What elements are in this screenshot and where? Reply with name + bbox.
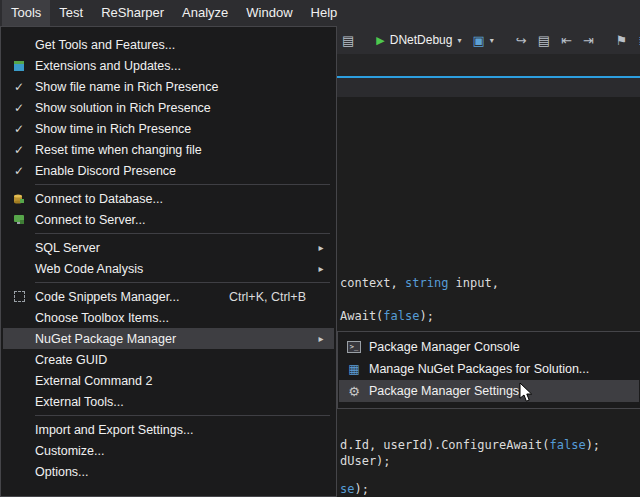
- menu-item-label: Extensions and Updates...: [35, 59, 181, 73]
- database-icon: [3, 193, 35, 205]
- gear-glyph: ⚙: [348, 385, 360, 398]
- menu-item-label: Code Snippets Manager...: [35, 290, 180, 304]
- menu-item-sql-server[interactable]: SQL Server ▸: [3, 237, 334, 258]
- menu-item-connect-to-server[interactable]: Connect to Server...: [3, 209, 334, 230]
- code-text: );: [419, 309, 433, 323]
- code-text: input,: [448, 276, 499, 290]
- code-keyword: false: [550, 438, 586, 452]
- code-keyword: string: [405, 276, 448, 290]
- menubar-item-tools[interactable]: Tools: [2, 0, 50, 26]
- code-line: dUser);: [340, 454, 391, 468]
- tool-icon: ▣: [472, 34, 484, 47]
- checkmark-icon: ✓: [3, 143, 35, 157]
- menu-item-label: Show solution in Rich Presence: [35, 101, 211, 115]
- debug-target-label: DNetDebug: [390, 33, 453, 47]
- submenu-arrow-icon: ▸: [312, 333, 330, 344]
- menu-item-web-code-analysis[interactable]: Web Code Analysis ▸: [3, 258, 334, 279]
- submenu-arrow-icon: ▸: [312, 242, 330, 253]
- code-text: context,: [340, 276, 405, 290]
- menu-item-create-guid[interactable]: Create GUID: [3, 349, 334, 370]
- menu-item-label: External Command 2: [35, 374, 152, 388]
- nuget-submenu: >_ Package Manager Console ▦ Manage NuGe…: [337, 331, 640, 409]
- chevron-down-icon: ▾: [490, 36, 494, 45]
- menu-item-label: Web Code Analysis: [35, 262, 143, 276]
- menubar-item-resharper[interactable]: ReSharper: [92, 0, 173, 26]
- menu-item-label: Create GUID: [35, 353, 107, 367]
- extensions-icon: [3, 60, 35, 72]
- code-text: );: [586, 438, 600, 452]
- vs-window: Tools Test ReSharper Analyze Window Help…: [0, 0, 640, 497]
- tool-dropdown-button[interactable]: ▣ ▾: [472, 34, 493, 47]
- chevron-down-icon[interactable]: ▾: [457, 36, 461, 45]
- submenu-item-manage-nuget-packages[interactable]: ▦ Manage NuGet Packages for Solution...: [339, 358, 639, 380]
- menu-item-nuget-package-manager[interactable]: NuGet Package Manager ▸: [3, 328, 334, 349]
- menu-item-show-solution-rich-presence[interactable]: ✓ Show solution in Rich Presence: [3, 97, 334, 118]
- menu-item-label: Enable Discord Presence: [35, 164, 176, 178]
- menubar-item-help[interactable]: Help: [302, 0, 347, 26]
- code-line: se);: [340, 482, 369, 496]
- indent-decrease-icon[interactable]: ⇤: [561, 34, 572, 47]
- menu-item-extensions-and-updates[interactable]: Extensions and Updates...: [3, 55, 334, 76]
- packages-icon: ▦: [339, 362, 369, 376]
- code-text: d.Id, userId).ConfigureAwait(: [340, 438, 550, 452]
- submenu-item-package-manager-console[interactable]: >_ Package Manager Console: [339, 336, 639, 358]
- menu-item-connect-to-database[interactable]: Connect to Database...: [3, 188, 334, 209]
- console-glyph: >_: [347, 341, 361, 353]
- bookmark-icon[interactable]: ⚑: [616, 34, 628, 47]
- submenu-item-label: Package Manager Settings: [369, 384, 519, 398]
- submenu-item-package-manager-settings[interactable]: ⚙ Package Manager Settings: [339, 380, 639, 402]
- menubar-item-window[interactable]: Window: [237, 0, 301, 26]
- navigate-icon[interactable]: ↪: [516, 34, 527, 47]
- checkmark-icon: ✓: [3, 164, 35, 178]
- code-text: );: [354, 482, 368, 496]
- menu-item-get-tools-and-features[interactable]: Get Tools and Features...: [3, 34, 334, 55]
- menubar-item-test[interactable]: Test: [50, 0, 92, 26]
- menu-item-label: Choose Toolbox Items...: [35, 311, 169, 325]
- code-line: Await(false);: [340, 309, 434, 323]
- menu-separator: [35, 415, 330, 416]
- paste-icon[interactable]: ▤: [342, 34, 354, 47]
- package-glyph: ▦: [348, 362, 359, 376]
- dashed-box-icon: [14, 291, 25, 302]
- document-icon[interactable]: ▤: [538, 34, 550, 47]
- code-keyword: false: [383, 309, 419, 323]
- submenu-item-label: Manage NuGet Packages for Solution...: [369, 362, 589, 376]
- start-debug-button[interactable]: ▶ DNetDebug ▾: [376, 33, 461, 47]
- menu-item-show-file-name-rich-presence[interactable]: ✓ Show file name in Rich Presence: [3, 76, 334, 97]
- console-icon: >_: [339, 341, 369, 353]
- menu-separator: [35, 184, 330, 185]
- menu-item-choose-toolbox-items[interactable]: Choose Toolbox Items...: [3, 307, 334, 328]
- checkmark-icon: ✓: [3, 80, 35, 94]
- menu-item-label: Connect to Server...: [35, 213, 145, 227]
- mouse-cursor: [519, 383, 533, 407]
- menu-item-label: Get Tools and Features...: [35, 38, 175, 52]
- check-glyph: ✓: [14, 143, 24, 157]
- menu-item-enable-discord-presence[interactable]: ✓ Enable Discord Presence: [3, 160, 334, 181]
- menu-item-external-command-2[interactable]: External Command 2: [3, 370, 334, 391]
- menubar-item-analyze[interactable]: Analyze: [173, 0, 237, 26]
- menu-bar: Tools Test ReSharper Analyze Window Help: [0, 0, 640, 26]
- code-line: d.Id, userId).ConfigureAwait(false);: [340, 438, 600, 452]
- menu-item-show-time-rich-presence[interactable]: ✓ Show time in Rich Presence: [3, 118, 334, 139]
- submenu-arrow-icon: ▸: [312, 263, 330, 274]
- code-text: dUser);: [340, 454, 391, 468]
- gear-icon: ⚙: [339, 385, 369, 398]
- menu-item-options[interactable]: Options...: [3, 461, 334, 482]
- menu-item-reset-time-when-changing-file[interactable]: ✓ Reset time when changing file: [3, 139, 334, 160]
- menu-item-label: Options...: [35, 465, 89, 479]
- menu-item-label: NuGet Package Manager: [35, 332, 176, 346]
- menu-item-label: SQL Server: [35, 241, 100, 255]
- check-glyph: ✓: [14, 101, 24, 115]
- menu-item-label: External Tools...: [35, 395, 124, 409]
- menu-item-shortcut: Ctrl+K, Ctrl+B: [229, 290, 330, 304]
- menu-item-external-tools[interactable]: External Tools...: [3, 391, 334, 412]
- menu-item-code-snippets-manager[interactable]: Code Snippets Manager... Ctrl+K, Ctrl+B: [3, 286, 334, 307]
- menu-item-label: Reset time when changing file: [35, 143, 202, 157]
- menu-item-customize[interactable]: Customize...: [3, 440, 334, 461]
- checkmark-icon: ✓: [3, 122, 35, 136]
- code-keyword: se: [340, 482, 354, 496]
- indent-increase-icon[interactable]: ⇥: [583, 34, 594, 47]
- menu-item-import-export-settings[interactable]: Import and Export Settings...: [3, 419, 334, 440]
- menu-item-label: Connect to Database...: [35, 192, 163, 206]
- checkmark-icon: ✓: [3, 101, 35, 115]
